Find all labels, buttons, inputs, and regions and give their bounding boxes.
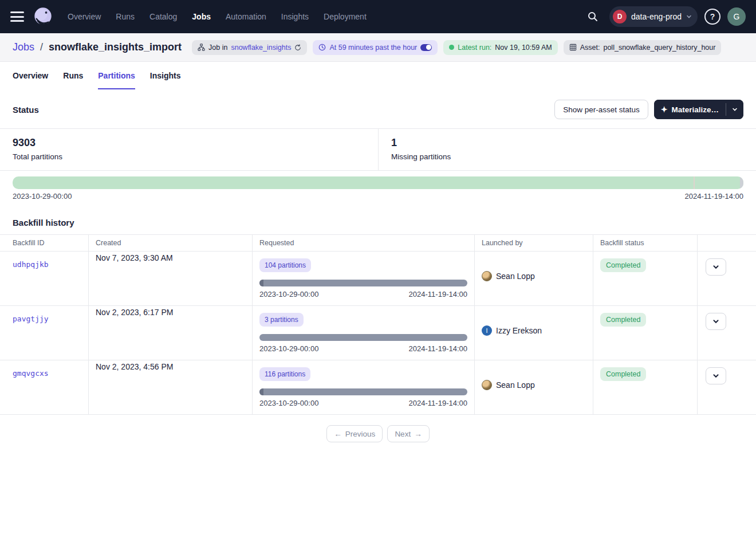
- latest-run-value[interactable]: Nov 19, 10:59 AM: [495, 44, 552, 52]
- asset-link[interactable]: poll_snowflake_query_history_hour: [603, 44, 715, 52]
- launched-by-name: Izzy Erekson: [496, 326, 542, 335]
- materialize-split-button: ✦ Materialize…: [654, 100, 743, 119]
- jobs-partitions-page: Overview Runs Catalog Jobs Automation In…: [0, 0, 756, 538]
- asset-badge: Asset: poll_snowflake_query_history_hour: [564, 40, 722, 55]
- next-label: Next: [395, 430, 411, 438]
- tab-insights[interactable]: Insights: [150, 62, 181, 89]
- created-cell: Nov 2, 2023, 4:56 PM: [89, 360, 253, 414]
- partition-seam: [694, 176, 695, 189]
- col-backfill-status: Backfill status: [593, 235, 698, 251]
- status-badge: Completed: [600, 313, 646, 327]
- breadcrumb-separator: /: [40, 41, 43, 53]
- breadcrumb-bar: Jobs / snowflake_insights_import Job in …: [0, 33, 756, 62]
- col-launched-by: Launched by: [475, 235, 593, 251]
- dagster-logo-icon[interactable]: [32, 6, 54, 28]
- requested-range-dates: 2023-10-29-00:00 2024-11-19-14:00: [259, 399, 467, 407]
- sitemap-icon: [198, 44, 205, 51]
- missing-partitions-stat: 1 Missing partitions: [378, 129, 756, 170]
- row-menu-button[interactable]: [706, 258, 726, 276]
- missing-partition-segment: [740, 176, 743, 189]
- materialize-label: Materialize…: [671, 105, 719, 114]
- missing-partitions-label: Missing partitions: [391, 152, 743, 161]
- materialize-options-button[interactable]: [726, 100, 743, 119]
- job-location-badge: Job in snowflake_insights: [192, 40, 307, 55]
- tab-overview[interactable]: Overview: [13, 62, 48, 89]
- backfill-history-title: Backfill history: [13, 218, 743, 227]
- menu-icon[interactable]: [10, 11, 24, 22]
- requested-range-bar: [259, 280, 467, 286]
- actions-cell: [698, 360, 756, 414]
- backfill-id-link[interactable]: pavgtjjy: [13, 313, 49, 323]
- requested-cell: 116 partitions 2023-10-29-00:00 2024-11-…: [253, 360, 475, 414]
- requested-cell: 3 partitions 2023-10-29-00:00 2024-11-19…: [253, 306, 475, 360]
- asset-label: Asset:: [580, 44, 600, 52]
- partition-range-end: 2024-11-19-14:00: [685, 192, 743, 201]
- asset-grid-icon: [569, 44, 577, 51]
- pagination: ← Previous Next →: [0, 425, 756, 442]
- backfill-id-link[interactable]: gmqvgcxs: [13, 367, 49, 378]
- arrow-left-icon: ←: [334, 430, 342, 438]
- col-created: Created: [89, 235, 253, 251]
- run-status-dot-icon: [449, 45, 454, 50]
- chevron-down-icon: [712, 318, 719, 325]
- status-title: Status: [13, 105, 39, 115]
- latest-run-label: Latest run:: [458, 44, 491, 52]
- search-icon[interactable]: [583, 7, 603, 26]
- partition-status-bar[interactable]: [13, 176, 743, 189]
- nav-item-catalog[interactable]: Catalog: [149, 12, 177, 21]
- created-cell: Nov 7, 2023, 9:30 AM: [89, 252, 253, 305]
- deployment-name: data-eng-prod: [631, 12, 682, 21]
- user-avatar: [482, 271, 492, 281]
- row-menu-button[interactable]: [706, 313, 726, 330]
- status-badge: Completed: [600, 367, 646, 381]
- nav-item-jobs[interactable]: Jobs: [192, 12, 211, 21]
- job-location-link[interactable]: snowflake_insights: [231, 44, 291, 52]
- range-start: 2023-10-29-00:00: [259, 290, 318, 299]
- previous-page-button[interactable]: ← Previous: [326, 425, 383, 442]
- breadcrumb-jobs-link[interactable]: Jobs: [13, 41, 34, 53]
- materialize-button[interactable]: ✦ Materialize…: [654, 100, 726, 119]
- nav-item-runs[interactable]: Runs: [116, 12, 135, 21]
- previous-label: Previous: [345, 430, 376, 438]
- nav-item-deployment[interactable]: Deployment: [324, 12, 367, 21]
- launched-by-name: Sean Lopp: [496, 380, 535, 390]
- nav-item-insights[interactable]: Insights: [281, 12, 309, 21]
- row-menu-button[interactable]: [706, 367, 726, 384]
- nav-item-automation[interactable]: Automation: [226, 12, 266, 21]
- missing-partitions-value: 1: [391, 137, 743, 149]
- launched-by-cell: I Izzy Erekson: [475, 306, 593, 360]
- requested-cell: 104 partitions 2023-10-29-00:00 2024-11-…: [253, 252, 475, 305]
- chevron-down-icon: [732, 107, 738, 112]
- range-start: 2023-10-29-00:00: [259, 344, 318, 353]
- requested-range-cap: [259, 388, 263, 395]
- tab-runs[interactable]: Runs: [63, 62, 83, 89]
- job-location-prefix: Job in: [208, 44, 227, 52]
- requested-partitions-pill[interactable]: 116 partitions: [259, 367, 310, 381]
- table-row: gmqvgcxs Nov 2, 2023, 4:56 PM 116 partit…: [0, 360, 756, 415]
- sparkle-icon: ✦: [661, 105, 668, 114]
- backfill-id-link[interactable]: udhpqjkb: [13, 258, 49, 269]
- actions-cell: [698, 306, 756, 360]
- page-title: snowflake_insights_import: [49, 41, 182, 53]
- status-badge: Completed: [600, 258, 646, 272]
- top-nav: Overview Runs Catalog Jobs Automation In…: [0, 0, 756, 33]
- help-icon[interactable]: ?: [704, 9, 720, 25]
- nav-item-overview[interactable]: Overview: [68, 12, 101, 21]
- total-partitions-label: Total partitions: [13, 152, 365, 161]
- col-actions: [698, 235, 756, 251]
- tab-partitions[interactable]: Partitions: [98, 62, 135, 89]
- top-nav-right: D data-eng-prod ? G: [583, 6, 746, 27]
- reload-icon[interactable]: [294, 44, 301, 51]
- requested-range-bar: [259, 334, 467, 341]
- chevron-down-icon: [712, 372, 719, 379]
- col-requested: Requested: [253, 235, 475, 251]
- next-page-button[interactable]: Next →: [387, 425, 429, 442]
- requested-partitions-pill[interactable]: 3 partitions: [259, 313, 304, 327]
- show-per-asset-status-button[interactable]: Show per-asset status: [554, 100, 648, 119]
- user-avatar[interactable]: G: [727, 7, 746, 26]
- user-avatar: [482, 380, 492, 390]
- primary-nav: Overview Runs Catalog Jobs Automation In…: [68, 12, 367, 21]
- requested-partitions-pill[interactable]: 104 partitions: [259, 258, 311, 272]
- schedule-toggle[interactable]: [420, 44, 432, 51]
- deployment-switcher[interactable]: D data-eng-prod: [609, 6, 698, 27]
